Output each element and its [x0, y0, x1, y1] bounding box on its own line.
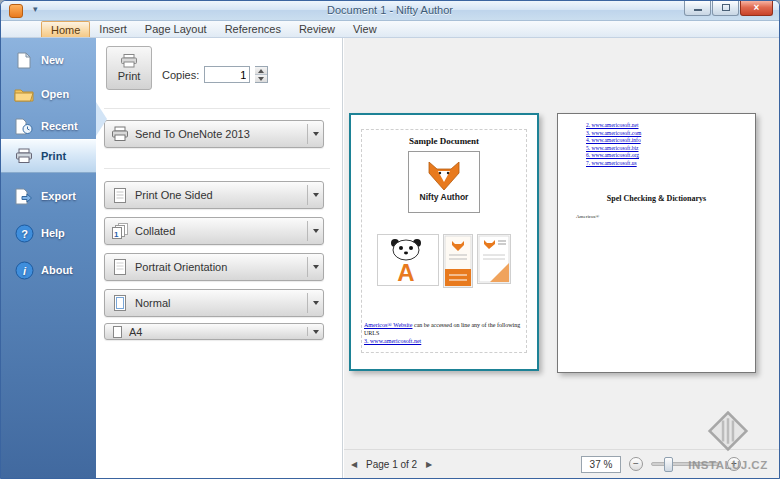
tab-review[interactable]: Review — [290, 21, 344, 37]
open-folder-icon — [14, 84, 34, 104]
product-box-image-1 — [443, 234, 473, 288]
divider — [104, 168, 330, 169]
maximize-icon — [722, 4, 730, 11]
chevron-down-icon — [258, 77, 264, 81]
divider — [104, 108, 330, 109]
sidebar-item-print[interactable]: Print — [1, 141, 96, 171]
close-icon: × — [754, 2, 760, 13]
printer-name: Send To OneNote 2013 — [135, 128, 307, 140]
statusbar: ◀ Page 1 of 2 ▶ 37 % − + — [344, 449, 779, 478]
titlebar: ▾ Document 1 - Nifty Author × — [1, 1, 779, 21]
svg-text:?: ? — [21, 227, 28, 239]
chevron-down-icon[interactable] — [308, 324, 323, 339]
minimize-icon — [694, 9, 702, 11]
link-item: 3. www.americosoft.com — [586, 130, 641, 138]
zoom-out-button[interactable]: − — [629, 457, 643, 471]
chevron-down-icon[interactable] — [308, 182, 323, 208]
next-page-button[interactable]: ▶ — [423, 460, 435, 469]
window-title: Document 1 - Nifty Author — [1, 4, 779, 16]
sidebar-item-new[interactable]: New — [1, 45, 96, 75]
chevron-down-icon[interactable] — [308, 218, 323, 244]
ribbon-tab-row: Home Insert Page Layout References Revie… — [1, 21, 779, 38]
print-button[interactable]: Print — [106, 46, 152, 90]
orientation-value: Portrait Orientation — [135, 261, 307, 273]
export-icon — [14, 186, 34, 206]
printer-dropdown[interactable]: Send To OneNote 2013 — [104, 120, 324, 148]
link-item: 2. www.americosoft.net — [586, 122, 641, 130]
margins-icon — [105, 295, 135, 311]
svg-text:A: A — [397, 259, 414, 285]
orientation-dropdown[interactable]: Portrait Orientation — [104, 253, 324, 281]
close-button[interactable]: × — [740, 1, 773, 16]
copies-stepper — [255, 66, 268, 83]
copies-label: Copies: — [162, 69, 199, 81]
sidebar-item-recent[interactable]: Recent — [1, 111, 96, 141]
link-list: 2. www.americosoft.net 3. www.americosof… — [586, 122, 641, 167]
body-text: Americos® Website can be accessed on lin… — [364, 321, 526, 345]
link-item: 5. www.americosoft.biz — [586, 145, 641, 153]
maximize-button[interactable] — [712, 1, 739, 16]
print-button-icon — [120, 54, 138, 68]
panda-image: A — [377, 234, 439, 286]
preview-page-2: 2. www.americosoft.net 3. www.americosof… — [557, 113, 756, 373]
section-heading: Spel Checking & Dictionarys — [558, 194, 755, 203]
selected-item-arrow — [96, 102, 107, 136]
about-icon: i — [14, 260, 34, 280]
sidebar-item-help[interactable]: ? Help — [1, 218, 96, 248]
paper-size-dropdown[interactable]: A4 — [104, 323, 324, 340]
printer-icon — [105, 126, 135, 142]
body-link: Americos® Website — [364, 322, 412, 328]
zoom-in-button[interactable]: + — [727, 457, 741, 471]
recent-documents-icon — [14, 116, 34, 136]
sidebar-item-open[interactable]: Open — [1, 79, 96, 109]
tab-view[interactable]: View — [344, 21, 386, 37]
minimize-button[interactable] — [684, 1, 711, 16]
paper-size-icon — [105, 326, 129, 338]
sidebar-item-label: Help — [41, 227, 65, 239]
chevron-down-icon[interactable] — [308, 254, 323, 280]
copies-input[interactable] — [204, 66, 250, 83]
margins-dropdown[interactable]: Normal — [104, 289, 324, 317]
sidebar-item-label: Print — [41, 150, 66, 162]
print-sides-dropdown[interactable]: Print One Sided — [104, 181, 324, 209]
sidebar-item-label: Open — [41, 88, 69, 100]
tab-home[interactable]: Home — [41, 21, 90, 37]
page-indicator: Page 1 of 2 — [366, 459, 417, 470]
copies-row: Copies: — [162, 66, 268, 83]
svg-text:1: 1 — [114, 229, 119, 238]
collation-value: Collated — [135, 225, 307, 237]
chevron-down-icon[interactable] — [308, 121, 323, 147]
previous-page-button[interactable]: ◀ — [348, 460, 360, 469]
fox-logo-icon — [424, 162, 464, 190]
print-button-label: Print — [118, 70, 141, 82]
portrait-page-icon — [105, 259, 135, 275]
print-preview-area: Sample Document Nifty Author A — [344, 38, 779, 449]
tab-insert[interactable]: Insert — [90, 21, 136, 37]
sidebar-item-export[interactable]: Export — [1, 181, 96, 211]
print-sides-value: Print One Sided — [135, 189, 307, 201]
tab-page-layout[interactable]: Page Layout — [136, 21, 216, 37]
one-sided-page-icon — [105, 188, 135, 203]
document-title: Sample Document — [351, 136, 537, 146]
sidebar-item-about[interactable]: i About — [1, 255, 96, 285]
zoom-slider-thumb[interactable] — [664, 457, 673, 472]
page-navigation: ◀ Page 1 of 2 ▶ — [348, 459, 435, 470]
preview-page-1: Sample Document Nifty Author A — [349, 113, 539, 371]
app-window: ▾ Document 1 - Nifty Author × Home Inser… — [0, 0, 780, 479]
tab-references[interactable]: References — [216, 21, 290, 37]
copies-increment-button[interactable] — [255, 67, 267, 74]
chevron-down-icon[interactable] — [308, 290, 323, 316]
logo-caption: Nifty Author — [420, 192, 469, 202]
copies-decrement-button[interactable] — [255, 74, 267, 82]
collation-dropdown[interactable]: 1 Collated — [104, 217, 324, 245]
sidebar-item-label: About — [41, 264, 73, 276]
chevron-up-icon — [258, 69, 264, 73]
margins-value: Normal — [135, 297, 307, 309]
paper-size-value: A4 — [129, 326, 307, 338]
zoom-slider[interactable] — [651, 462, 719, 466]
help-icon: ? — [14, 223, 34, 243]
backstage-sidebar: New Open Recent Print Export — [1, 38, 96, 478]
zoom-value[interactable]: 37 % — [581, 456, 621, 473]
collated-pages-icon: 1 — [105, 223, 135, 240]
page2-note: Americos® — [576, 214, 599, 219]
